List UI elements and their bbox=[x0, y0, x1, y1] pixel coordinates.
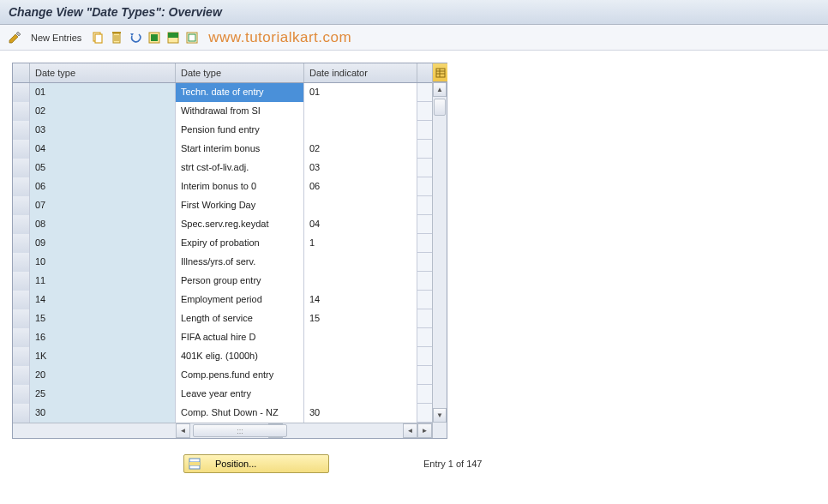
cell-date-type-text[interactable]: Length of service bbox=[176, 309, 304, 328]
deselect-all-icon[interactable] bbox=[184, 30, 200, 45]
cell-date-type-code[interactable]: 02 bbox=[30, 102, 176, 121]
select-block-icon[interactable] bbox=[165, 30, 181, 45]
row-selector[interactable] bbox=[13, 404, 30, 423]
row-selector[interactable] bbox=[13, 291, 30, 309]
hscroll-right2-button[interactable]: ► bbox=[417, 423, 432, 438]
row-selector[interactable] bbox=[13, 215, 30, 234]
cell-date-indicator[interactable]: 1 bbox=[304, 234, 417, 253]
vscroll-down-button[interactable]: ▼ bbox=[433, 408, 447, 423]
table-row[interactable]: 07First Working Day bbox=[13, 196, 432, 215]
cell-date-type-code[interactable]: 14 bbox=[30, 291, 176, 309]
cell-date-indicator[interactable] bbox=[304, 328, 417, 347]
cell-date-type-text[interactable]: Pension fund entry bbox=[176, 121, 304, 140]
table-row[interactable]: 02Withdrawal from SI bbox=[13, 102, 432, 121]
vscroll-thumb[interactable] bbox=[434, 99, 446, 116]
row-selector[interactable] bbox=[13, 121, 30, 140]
table-row[interactable]: 11Person group entry bbox=[13, 272, 432, 291]
cell-date-type-code[interactable]: 16 bbox=[30, 328, 176, 347]
cell-date-type-text[interactable]: Employment period bbox=[176, 291, 304, 309]
column-header-date-type-text[interactable]: Date type bbox=[176, 63, 304, 82]
cell-date-type-text[interactable]: 401K elig. (1000h) bbox=[176, 347, 304, 366]
cell-date-type-text[interactable]: Person group entry bbox=[176, 272, 304, 291]
vscroll-up-button[interactable]: ▲ bbox=[433, 82, 447, 97]
cell-date-indicator[interactable] bbox=[304, 121, 417, 140]
row-selector[interactable] bbox=[13, 272, 30, 291]
table-row[interactable]: 03Pension fund entry bbox=[13, 121, 432, 140]
table-row[interactable]: 10Illness/yrs.of serv. bbox=[13, 253, 432, 272]
table-row[interactable]: 08Spec.serv.reg.keydat04 bbox=[13, 215, 432, 234]
cell-date-type-code[interactable]: 08 bbox=[30, 215, 176, 234]
cell-date-type-text[interactable]: Leave year entry bbox=[176, 385, 304, 404]
cell-date-type-text[interactable]: Comp.pens.fund entry bbox=[176, 366, 304, 385]
table-row[interactable]: 1K401K elig. (1000h) bbox=[13, 347, 432, 366]
table-row[interactable]: 30Comp. Shut Down - NZ30 bbox=[13, 404, 432, 423]
position-button[interactable]: Position... bbox=[183, 454, 329, 473]
cell-date-indicator[interactable] bbox=[304, 385, 417, 404]
cell-date-indicator[interactable] bbox=[304, 366, 417, 385]
cell-date-type-code[interactable]: 11 bbox=[30, 272, 176, 291]
row-selector[interactable] bbox=[13, 347, 30, 366]
cell-date-indicator[interactable] bbox=[304, 253, 417, 272]
cell-date-type-text[interactable]: Start interim bonus bbox=[176, 140, 304, 159]
row-selector[interactable] bbox=[13, 83, 30, 102]
hscroll-left-button[interactable]: ◄ bbox=[176, 423, 190, 438]
row-selector[interactable] bbox=[13, 309, 30, 328]
hscroll-track[interactable]: ::: bbox=[191, 423, 267, 438]
vscroll-track[interactable] bbox=[433, 97, 447, 408]
header-selector[interactable] bbox=[13, 63, 30, 82]
table-row[interactable]: 04Start interim bonus02 bbox=[13, 140, 432, 159]
table-row[interactable]: 01Techn. date of entry01 bbox=[13, 83, 432, 102]
cell-date-indicator[interactable]: 30 bbox=[304, 404, 417, 423]
cell-date-indicator[interactable] bbox=[304, 102, 417, 121]
table-row[interactable]: 05strt cst-of-liv.adj.03 bbox=[13, 159, 432, 177]
cell-date-indicator[interactable] bbox=[304, 272, 417, 291]
row-selector[interactable] bbox=[13, 234, 30, 253]
cell-date-type-text[interactable]: Spec.serv.reg.keydat bbox=[176, 215, 304, 234]
undo-icon[interactable] bbox=[128, 30, 143, 45]
cell-date-type-code[interactable]: 05 bbox=[30, 159, 176, 177]
hscroll-thumb[interactable]: ::: bbox=[193, 424, 287, 437]
cell-date-indicator[interactable]: 01 bbox=[304, 83, 417, 102]
cell-date-type-text[interactable]: Withdrawal from SI bbox=[176, 102, 304, 121]
table-row[interactable]: 09Expiry of probation1 bbox=[13, 234, 432, 253]
row-selector[interactable] bbox=[13, 328, 30, 347]
cell-date-type-code[interactable]: 01 bbox=[30, 83, 176, 102]
table-row[interactable]: 20Comp.pens.fund entry bbox=[13, 366, 432, 385]
cell-date-type-text[interactable]: FIFA actual hire D bbox=[176, 328, 304, 347]
cell-date-indicator[interactable]: 04 bbox=[304, 215, 417, 234]
cell-date-indicator[interactable]: 15 bbox=[304, 309, 417, 328]
row-selector[interactable] bbox=[13, 366, 30, 385]
delete-icon[interactable] bbox=[109, 30, 124, 45]
cell-date-indicator[interactable]: 06 bbox=[304, 177, 417, 196]
column-header-date-type-code[interactable]: Date type bbox=[30, 63, 176, 82]
cell-date-type-code[interactable]: 1K bbox=[30, 347, 176, 366]
cell-date-type-code[interactable]: 10 bbox=[30, 253, 176, 272]
cell-date-type-code[interactable]: 09 bbox=[30, 234, 176, 253]
cell-date-type-text[interactable]: strt cst-of-liv.adj. bbox=[176, 159, 304, 177]
table-row[interactable]: 15Length of service15 bbox=[13, 309, 432, 328]
cell-date-indicator[interactable] bbox=[304, 347, 417, 366]
cell-date-type-code[interactable]: 30 bbox=[30, 404, 176, 423]
table-row[interactable]: 16FIFA actual hire D bbox=[13, 328, 432, 347]
cell-date-indicator[interactable] bbox=[304, 196, 417, 215]
cell-date-type-code[interactable]: 20 bbox=[30, 366, 176, 385]
hscroll-left2-button[interactable]: ◄ bbox=[403, 423, 417, 438]
cell-date-type-text[interactable]: Expiry of probation bbox=[176, 234, 304, 253]
cell-date-indicator[interactable]: 02 bbox=[304, 140, 417, 159]
cell-date-type-text[interactable]: Techn. date of entry bbox=[176, 83, 304, 102]
row-selector[interactable] bbox=[13, 102, 30, 121]
column-header-date-indicator[interactable]: Date indicator bbox=[304, 63, 417, 82]
cell-date-type-code[interactable]: 04 bbox=[30, 140, 176, 159]
row-selector[interactable] bbox=[13, 140, 30, 159]
cell-date-type-code[interactable]: 03 bbox=[30, 121, 176, 140]
cell-date-type-text[interactable]: First Working Day bbox=[176, 196, 304, 215]
row-selector[interactable] bbox=[13, 196, 30, 215]
change-icon[interactable] bbox=[7, 30, 22, 45]
new-entries-button[interactable]: New Entries bbox=[26, 31, 87, 45]
row-selector[interactable] bbox=[13, 385, 30, 404]
table-row[interactable]: 14Employment period14 bbox=[13, 291, 432, 309]
table-row[interactable]: 06Interim bonus to 006 bbox=[13, 177, 432, 196]
row-selector[interactable] bbox=[13, 177, 30, 196]
cell-date-type-code[interactable]: 15 bbox=[30, 309, 176, 328]
cell-date-type-code[interactable]: 07 bbox=[30, 196, 176, 215]
